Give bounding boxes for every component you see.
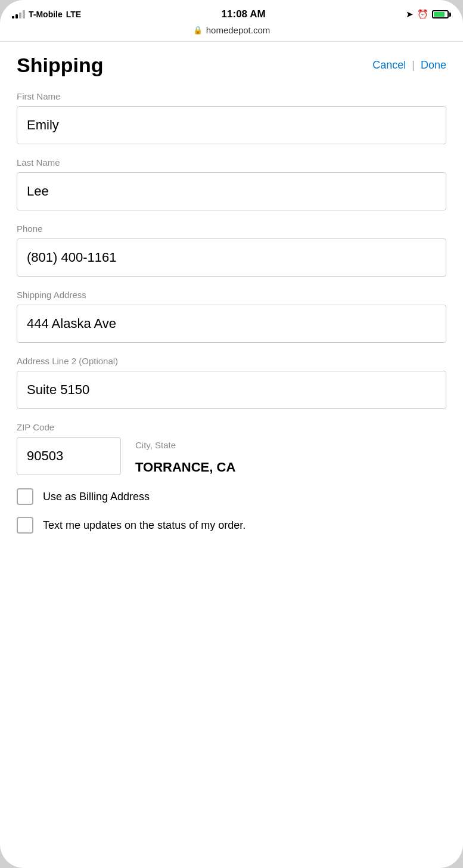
- updates-checkbox[interactable]: [17, 517, 33, 534]
- location-icon: ➤: [406, 9, 414, 20]
- city-state-value: TORRANCE, CA: [135, 455, 446, 475]
- url-text: homedepot.com: [206, 25, 271, 35]
- signal-bar-3: [19, 13, 21, 18]
- shipping-address-group: Shipping Address: [17, 290, 446, 343]
- battery-tip: [449, 13, 451, 17]
- battery-icon: [432, 10, 451, 18]
- shipping-address-label: Shipping Address: [17, 290, 446, 300]
- header-actions: Cancel | Done: [372, 59, 446, 72]
- battery-body: [432, 10, 449, 18]
- billing-checkbox-row: Use as Billing Address: [17, 488, 446, 505]
- first-name-input[interactable]: [17, 106, 446, 144]
- shipping-address-input[interactable]: [17, 305, 446, 343]
- url-bar: 🔒 homedepot.com: [0, 23, 463, 42]
- phone-group: Phone: [17, 224, 446, 277]
- status-time: 11:08 AM: [222, 8, 266, 20]
- updates-checkbox-label: Text me updates on the status of my orde…: [43, 519, 246, 532]
- carrier-label: T-Mobile: [29, 10, 63, 19]
- last-name-group: Last Name: [17, 157, 446, 210]
- page-title: Shipping: [17, 54, 103, 77]
- first-name-label: First Name: [17, 91, 446, 101]
- billing-checkbox-label: Use as Billing Address: [43, 491, 150, 503]
- address-line2-input[interactable]: [17, 371, 446, 409]
- city-state-label: City, State: [135, 440, 446, 450]
- network-label: LTE: [66, 10, 81, 19]
- last-name-input[interactable]: [17, 172, 446, 210]
- page-header: Shipping Cancel | Done: [17, 54, 446, 77]
- zip-input[interactable]: [17, 437, 121, 475]
- first-name-group: First Name: [17, 91, 446, 144]
- phone-label: Phone: [17, 224, 446, 234]
- cancel-button[interactable]: Cancel: [372, 59, 406, 72]
- main-content: Shipping Cancel | Done First Name Last N…: [0, 42, 463, 868]
- address-line2-group: Address Line 2 (Optional): [17, 356, 446, 409]
- phone-frame: T-Mobile LTE 11:08 AM ➤ ⏰ 🔒 homedepot.co…: [0, 0, 463, 868]
- zip-group: ZIP Code: [17, 422, 121, 475]
- zip-city-row: ZIP Code City, State TORRANCE, CA: [17, 422, 446, 475]
- billing-checkbox[interactable]: [17, 488, 33, 505]
- signal-bars-icon: [12, 10, 25, 18]
- updates-checkbox-row: Text me updates on the status of my orde…: [17, 517, 446, 534]
- address-line2-label: Address Line 2 (Optional): [17, 356, 446, 366]
- battery-fill: [434, 12, 445, 17]
- signal-bar-1: [12, 16, 14, 18]
- header-divider: |: [412, 59, 415, 72]
- signal-bar-2: [15, 14, 18, 18]
- alarm-icon: ⏰: [417, 9, 428, 20]
- status-right: ➤ ⏰: [406, 9, 451, 20]
- signal-bar-4: [23, 10, 25, 18]
- done-button[interactable]: Done: [421, 59, 446, 72]
- lock-icon: 🔒: [193, 26, 203, 35]
- status-bar: T-Mobile LTE 11:08 AM ➤ ⏰: [0, 0, 463, 23]
- status-left: T-Mobile LTE: [12, 10, 81, 19]
- city-state-group: City, State TORRANCE, CA: [135, 422, 446, 475]
- last-name-label: Last Name: [17, 157, 446, 168]
- phone-input[interactable]: [17, 238, 446, 277]
- zip-label: ZIP Code: [17, 422, 121, 432]
